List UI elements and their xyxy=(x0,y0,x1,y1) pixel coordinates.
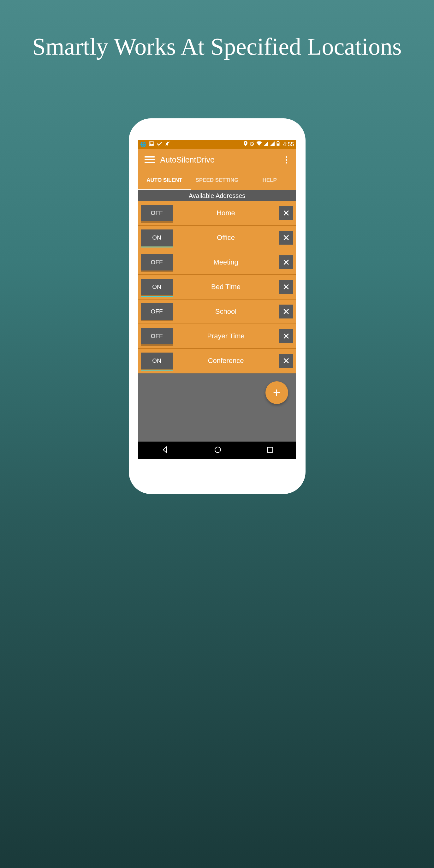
toggle-button[interactable]: OFF xyxy=(141,205,173,221)
toggle-button[interactable]: OFF xyxy=(141,303,173,320)
list-item: OFF Home ✕ xyxy=(138,201,296,226)
location-icon xyxy=(244,141,247,147)
status-time: 4:55 xyxy=(283,141,294,148)
svg-rect-5 xyxy=(277,141,279,142)
tab-speed-setting[interactable]: SPEED SETTING xyxy=(191,171,243,190)
tab-help[interactable]: HELP xyxy=(243,171,296,190)
status-left: 🌐 xyxy=(140,141,170,148)
alarm-icon xyxy=(249,141,254,147)
phone-screen: 🌐 xyxy=(138,140,296,459)
svg-point-7 xyxy=(215,447,221,453)
toggle-button[interactable]: ON xyxy=(141,352,173,369)
section-header: Available Addresses xyxy=(138,190,296,201)
list-item: ON Conference ✕ xyxy=(138,349,296,373)
overflow-menu-icon[interactable] xyxy=(283,156,290,163)
toggle-button[interactable]: ON xyxy=(141,229,173,246)
signal-icon-2 xyxy=(270,142,275,147)
list-item: OFF Meeting ✕ xyxy=(138,250,296,275)
delete-button[interactable]: ✕ xyxy=(279,354,293,368)
delete-button[interactable]: ✕ xyxy=(279,206,293,220)
recents-icon[interactable] xyxy=(267,446,274,455)
mute-icon xyxy=(165,141,170,148)
android-nav-bar xyxy=(138,441,296,459)
delete-button[interactable]: ✕ xyxy=(279,305,293,318)
app-title: AutoSilentDrive xyxy=(160,155,283,164)
list-item: OFF School ✕ xyxy=(138,300,296,324)
list-item: ON Office ✕ xyxy=(138,226,296,250)
row-label: Conference xyxy=(173,357,279,365)
delete-button[interactable]: ✕ xyxy=(279,231,293,245)
app-bar: AutoSilentDrive xyxy=(138,149,296,171)
image-icon xyxy=(149,141,154,147)
toggle-button[interactable]: OFF xyxy=(141,254,173,271)
tab-auto-silent[interactable]: AUTO SILENT xyxy=(138,171,191,190)
home-icon[interactable] xyxy=(214,446,222,455)
svg-rect-6 xyxy=(277,144,279,146)
battery-icon xyxy=(277,141,280,147)
row-label: Prayer Time xyxy=(173,332,279,340)
globe-icon: 🌐 xyxy=(140,142,147,147)
delete-button[interactable]: ✕ xyxy=(279,280,293,294)
svg-rect-8 xyxy=(268,447,273,452)
check-icon xyxy=(157,142,162,147)
delete-button[interactable]: ✕ xyxy=(279,329,293,343)
page-headline: Smartly Works At Specified Locations xyxy=(20,32,414,62)
hamburger-icon[interactable] xyxy=(145,156,155,163)
toggle-button[interactable]: OFF xyxy=(141,328,173,344)
toggle-button[interactable]: ON xyxy=(141,279,173,295)
wifi-icon xyxy=(256,142,262,147)
delete-button[interactable]: ✕ xyxy=(279,255,293,269)
address-list: OFF Home ✕ ON Office ✕ OFF Meeting ✕ ON … xyxy=(138,201,296,373)
phone-frame: 🌐 xyxy=(129,118,306,494)
list-item: ON Bed Time ✕ xyxy=(138,275,296,300)
row-label: Meeting xyxy=(173,258,279,267)
row-label: Office xyxy=(173,234,279,242)
row-label: Home xyxy=(173,209,279,217)
add-button[interactable]: + xyxy=(266,381,288,404)
back-icon[interactable] xyxy=(161,446,169,455)
svg-point-1 xyxy=(150,143,151,144)
list-item: OFF Prayer Time ✕ xyxy=(138,324,296,349)
row-label: Bed Time xyxy=(173,283,279,291)
status-right: 4:55 xyxy=(244,141,294,148)
signal-icon-1 xyxy=(264,142,268,147)
tabs: AUTO SILENT SPEED SETTING HELP xyxy=(138,171,296,190)
status-bar: 🌐 xyxy=(138,140,296,149)
fab-area: + xyxy=(138,373,296,441)
row-label: School xyxy=(173,307,279,316)
